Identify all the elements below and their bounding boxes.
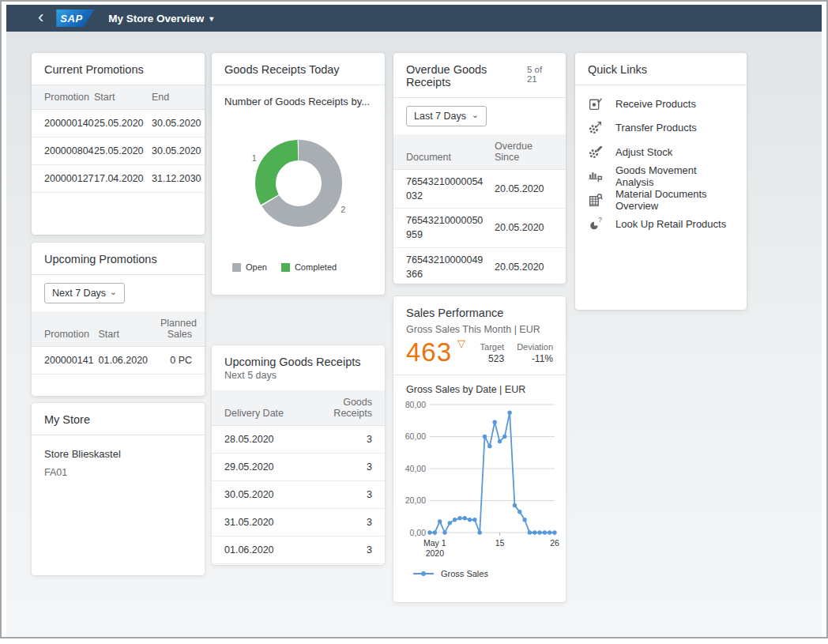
quick-link-label: Material Documents Overview [615,188,734,212]
current-promotions-card[interactable]: Current Promotions PromotionStartEnd 200… [32,53,205,235]
table-cell: 76543210000049366 [393,247,490,284]
table-row[interactable]: 31.05.20203 [212,509,385,537]
table-row[interactable]: 20000014101.06.20200 PC [32,347,205,375]
table-cell: 200000804 [32,137,89,165]
svg-text:40,00: 40,00 [405,464,426,473]
table-row[interactable]: 20000014025.05.202030.05.2020 [32,110,205,137]
table-row[interactable]: 7654321000005403220.05.2020 [393,170,566,209]
app-root: ‹ SAP My Store Overview ▾ Current Promot… [6,5,822,637]
quick-links-card: Quick Links Receive ProductsTransfer Pro… [575,53,747,310]
quick-link-label: Goods Movement Analysis [615,164,734,188]
table-row[interactable]: 30.05.20203 [212,481,385,509]
legend-swatch [232,263,241,272]
column-header: Promotion [32,85,89,110]
quick-link-look-up-retail-products[interactable]: ?Look Up Retail Products [588,213,734,237]
svg-text:?: ? [598,217,602,224]
sap-logo-text: SAP [60,13,82,24]
app-title-menu[interactable]: My Store Overview ▾ [108,13,213,24]
column-header: Document [393,134,490,170]
chevron-down-icon: ⌄ [110,287,117,297]
svg-text:2: 2 [341,205,345,214]
card-title: Overdue Goods Receipts [406,63,527,89]
store-name: Store Blieskastel [44,448,192,460]
receive-products-icon [588,96,603,111]
column-header: Start [89,85,147,110]
table-row[interactable]: 29.05.20203 [212,454,385,481]
table-cell: 31.05.2020 [212,509,299,537]
row-count-badge: 5 of 21 [527,65,553,84]
quick-link-goods-movement-analysis[interactable]: Goods Movement Analysis [588,164,734,189]
goods-movement-analysis-icon [588,168,603,183]
donut-legend: OpenCompleted [212,259,385,281]
quick-link-material-documents-overview[interactable]: Material Documents Overview [588,188,734,213]
table-cell: 29.05.2020 [212,454,299,481]
material-documents-overview-icon [588,193,603,208]
table-row[interactable]: 7654321000005095920.05.2020 [393,209,566,247]
upcoming-goods-receipts-card[interactable]: Upcoming Goods Receipts Next 5 days Deli… [212,345,385,565]
legend-label: Completed [295,262,337,272]
table-row[interactable]: 7654321000004936620.05.2020 [393,247,566,284]
table-cell: 3 [299,454,386,481]
donut-chart: 21 [212,107,385,259]
table-cell: 76543210000050959 [393,209,490,247]
adjust-stock-icon [588,145,603,160]
kpi-value: 463 [406,339,452,365]
quick-link-label: Receive Products [615,98,696,110]
svg-text:0,00: 0,00 [410,528,427,537]
store-id: FA01 [44,467,192,478]
svg-text:60,00: 60,00 [405,431,426,441]
svg-text:15: 15 [495,538,505,548]
my-store-card[interactable]: My Store Store Blieskastel FA01 [32,403,205,575]
overdue-goods-receipts-table: DocumentOverdue Since 765432100000540322… [393,134,566,284]
sap-logo[interactable]: SAP [56,9,94,27]
look-up-retail-products-icon: ? [588,217,603,232]
quick-link-transfer-products[interactable]: Transfer Products [588,116,734,141]
svg-text:20,00: 20,00 [405,495,426,505]
card-title: Sales Performance [393,296,566,322]
table-cell: 3 [299,426,386,454]
card-title: Upcoming Promotions [32,243,205,275]
table-row[interactable]: 20000012717.04.202031.12.2030 [32,165,205,193]
shell-header: ‹ SAP My Store Overview ▾ [6,5,822,32]
chevron-down-icon: ▾ [209,14,213,23]
line-legend-label: Gross Sales [441,569,488,578]
table-row[interactable]: 01.06.20203 [212,537,385,564]
donut-chart-svg: 21 [212,107,385,259]
column-header: Goods Receipts [299,390,386,426]
kpi-subtitle: Gross Sales This Month | EUR [393,322,566,337]
dashboard-content: Current Promotions PromotionStartEnd 200… [6,32,822,637]
column-header: Promotion [32,311,94,347]
deviation-value: -11% [532,353,553,364]
table-cell: 0 PC [156,347,205,375]
current-promotions-table: PromotionStartEnd 20000014025.05.202030.… [32,85,205,193]
legend-item: Open [232,262,267,272]
table-cell: 3 [299,509,386,537]
quick-links-list: Receive ProductsTransfer ProductsAdjust … [575,85,747,243]
upcoming-promotions-card[interactable]: Upcoming Promotions Next 7 Days ⌄ Promot… [32,243,205,396]
svg-text:80,00: 80,00 [405,400,426,409]
legend-swatch [281,263,290,272]
trend-down-icon: ▽ [457,337,465,349]
column-header: Start [94,311,156,347]
svg-text:May 1: May 1 [423,538,446,548]
table-cell: 20.05.2020 [490,247,566,284]
goods-receipts-today-card[interactable]: Goods Receipts Today Number of Goods Rec… [212,53,385,295]
table-row[interactable]: 20000080425.05.202030.05.2020 [32,137,205,165]
card-title: Upcoming Goods Receipts [212,345,385,370]
chart-subtitle: Number of Goods Receipts by... [212,85,385,107]
table-cell: 25.05.2020 [89,110,147,137]
quick-link-adjust-stock[interactable]: Adjust Stock [588,140,734,164]
overdue-goods-receipts-card[interactable]: Overdue Goods Receipts 5 of 21 Last 7 Da… [393,53,566,284]
table-cell: 200000127 [32,165,89,193]
table-row[interactable]: 28.05.20203 [212,426,385,454]
table-cell: 200000140 [32,110,89,137]
back-icon[interactable]: ‹ [38,9,43,25]
overdue-filter-select[interactable]: Last 7 Days ⌄ [406,106,487,126]
quick-link-receive-products[interactable]: Receive Products [588,92,734,116]
screenshot-frame: ‹ SAP My Store Overview ▾ Current Promot… [0,0,828,638]
sales-performance-card[interactable]: Sales Performance Gross Sales This Month… [393,296,566,602]
page-title: My Store Overview [108,13,204,24]
upcoming-promotions-filter-select[interactable]: Next 7 Days ⌄ [44,283,125,303]
line-chart-svg: 0,0020,0040,0060,0080,00May 120201526 [400,397,559,564]
column-header: End [147,85,205,110]
